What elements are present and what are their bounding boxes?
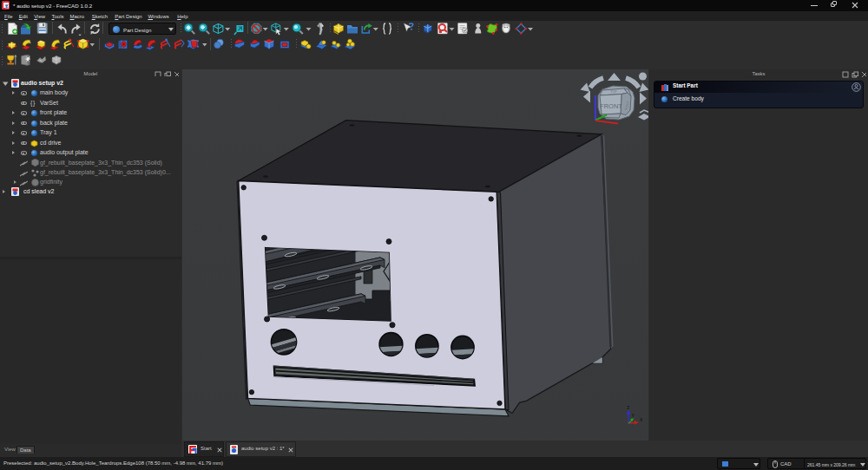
svg-text:FRONT: FRONT: [600, 102, 622, 110]
svg-text:Y: Y: [632, 413, 635, 418]
svg-text:TOP: TOP: [610, 90, 617, 94]
svg-text:X: X: [640, 417, 643, 422]
svg-text:Z: Z: [627, 405, 629, 410]
